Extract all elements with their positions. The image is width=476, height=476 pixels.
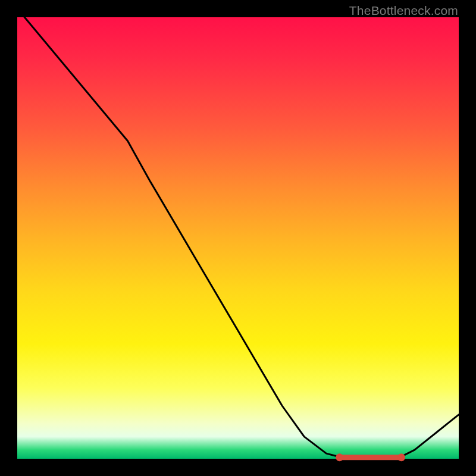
plot-area bbox=[17, 17, 459, 459]
bottleneck-curve bbox=[17, 8, 459, 458]
chart-frame: TheBottleneck.com bbox=[0, 0, 476, 476]
watermark-text: TheBottleneck.com bbox=[349, 4, 458, 18]
sweet-spot-dot-right bbox=[397, 453, 405, 461]
sweet-spot-dot-left bbox=[336, 453, 343, 461]
curve-svg bbox=[17, 17, 459, 459]
